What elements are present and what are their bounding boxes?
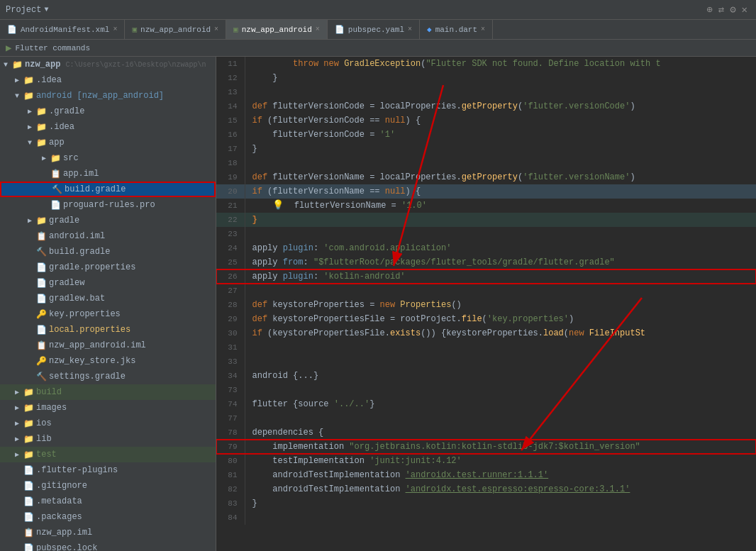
tree-pubspec-lock[interactable]: 📄 pubspec.lock <box>0 540 216 551</box>
tree-label-android: android [nzw_app_android] <box>36 91 164 101</box>
arrow-src: ▶ <box>40 154 48 162</box>
line-content-16: flutterVersionCode = '1' <box>245 128 756 142</box>
line-content-73 <box>245 383 756 397</box>
tab-nzw-app-android-1[interactable]: ▣ nzw_app_android × <box>125 20 226 39</box>
toolbar-icon-4[interactable]: ✕ <box>742 4 747 16</box>
tree-app-folder[interactable]: ▼ 📁 app <box>0 135 216 150</box>
line-content-24: apply plugin: 'com.android.application' <box>245 241 756 255</box>
toolbar-icon-3[interactable]: ⚙ <box>730 4 735 16</box>
code-line-77: 77 <box>216 411 756 425</box>
flutter-commands-bar: ▶ Flutter commands <box>0 40 756 57</box>
tree-idea[interactable]: ▶ 📁 .idea <box>0 72 216 88</box>
tree-local-properties[interactable]: 📄 local.properties <box>0 322 216 338</box>
code-line-26: 26 apply plugin: 'kotlin-android' <box>216 269 756 284</box>
toolbar-icon-1[interactable]: ⊕ <box>706 4 712 16</box>
file-tree-sidebar[interactable]: ▼ 📁 nzw_app C:\Users\gxzt-16\Desktop\nzw… <box>0 57 216 551</box>
tab-nzw-app-android-2[interactable]: ▣ nzw_app_android × <box>226 20 328 39</box>
arrow-icon: ▼ <box>1 61 10 69</box>
file-icon-nzw-jks: 🔑 <box>36 356 47 367</box>
tab-icon-gradle-2: ▣ <box>233 25 238 34</box>
dropdown-arrow[interactable]: ▼ <box>44 6 48 13</box>
tree-android[interactable]: ▼ 📁 android [nzw_app_android] <box>0 88 216 104</box>
tree-nzw-app-iml[interactable]: 📋 nzw_app.iml <box>0 525 216 540</box>
tree-metadata[interactable]: 📄 .metadata <box>0 494 216 509</box>
tree-key-properties[interactable]: 🔑 key.properties <box>0 306 216 322</box>
line-num-21: 21 <box>216 199 245 213</box>
tab-close-pubspec[interactable]: × <box>408 26 412 33</box>
line-content-17: } <box>245 142 756 156</box>
tree-build-gradle-app[interactable]: 🔨 build.gradle <box>0 182 216 197</box>
tree-label-settings-gradle: settings.gradle <box>49 372 126 382</box>
tree-images[interactable]: ▶ 📁 images <box>0 400 216 416</box>
project-label[interactable]: Project <box>6 5 41 15</box>
code-line-73: 73 <box>216 383 756 397</box>
tree-src[interactable]: ▶ 📁 src <box>0 150 216 166</box>
file-icon-local-props: 📄 <box>36 325 47 335</box>
tree-gradle-properties[interactable]: 📄 gradle.properties <box>0 260 216 275</box>
tree-android-idea[interactable]: ▶ 📁 .idea <box>0 119 216 135</box>
code-line-17: 17 } <box>216 142 756 156</box>
line-num-29: 29 <box>216 312 245 326</box>
code-line-83: 83 } <box>216 496 756 511</box>
tree-lib[interactable]: ▶ 📁 lib <box>0 431 216 447</box>
line-num-79: 79 <box>216 440 245 454</box>
tree-ios[interactable]: ▶ 📁 ios <box>0 416 216 431</box>
tab-icon-yaml: 📄 <box>335 25 345 34</box>
line-content-26: apply plugin: 'kotlin-android' <box>245 269 756 284</box>
tree-app-iml[interactable]: 📋 app.iml <box>0 166 216 182</box>
line-content-15: if (flutterVersionCode == null) { <box>245 113 756 128</box>
line-num-28: 28 <box>216 298 245 312</box>
tab-android-manifest[interactable]: 📄 AndroidManifest.xml × <box>0 20 125 39</box>
line-content-80: testImplementation 'junit:junit:4.12' <box>245 454 756 468</box>
code-line-15: 15 if (flutterVersionCode == null) { <box>216 113 756 128</box>
tree-gitignore[interactable]: 📄 .gitignore <box>0 478 216 494</box>
tree-root-nzw-app[interactable]: ▼ 📁 nzw_app C:\Users\gxzt-16\Desktop\nzw… <box>0 57 216 72</box>
tab-main-dart[interactable]: ◆ main.dart × <box>420 20 493 39</box>
flutter-arrow-icon: ▶ <box>6 42 11 54</box>
line-content-74: flutter {source '../..'} <box>245 397 756 411</box>
tree-nzw-key-store[interactable]: 🔑 nzw_key_store.jks <box>0 353 216 369</box>
tree-gradle-dir[interactable]: ▶ 📁 .gradle <box>0 104 216 119</box>
tree-gradlew[interactable]: 📄 gradlew <box>0 275 216 291</box>
file-icon-nzw-app-iml: 📋 <box>23 528 34 538</box>
line-num-80: 80 <box>216 454 245 468</box>
tree-test[interactable]: ▶ 📁 test <box>0 447 216 462</box>
folder-icon-gradle-folder: 📁 <box>36 216 47 226</box>
arrow-app: ▼ <box>26 139 34 147</box>
tree-root-build-gradle[interactable]: 🔨 build.gradle <box>0 244 216 260</box>
tree-proguard[interactable]: 📄 proguard-rules.pro <box>0 197 216 213</box>
tree-label-android-iml: android.iml <box>49 231 105 241</box>
code-line-82: 82 androidTestImplementation 'androidx.t… <box>216 482 756 496</box>
tab-close-main-dart[interactable]: × <box>481 26 485 33</box>
file-icon-android-iml: 📋 <box>36 231 47 242</box>
tree-android-iml[interactable]: 📋 android.iml <box>0 228 216 244</box>
arrow-android-idea: ▶ <box>26 123 34 131</box>
tree-settings-gradle[interactable]: 🔨 settings.gradle <box>0 369 216 384</box>
tree-packages[interactable]: 📄 .packages <box>0 509 216 525</box>
tree-gradlew-bat[interactable]: 📄 gradlew.bat <box>0 291 216 306</box>
line-num-13: 13 <box>216 85 245 99</box>
toolbar-icon-2[interactable]: ⇄ <box>718 4 724 16</box>
file-icon-flutter-plugins: 📄 <box>23 465 34 476</box>
tab-label-main-dart: main.dart <box>435 26 477 34</box>
line-content-81: androidTestImplementation 'androidx.test… <box>245 468 756 482</box>
tree-nzw-app-android-iml[interactable]: 📋 nzw_app_android.iml <box>0 338 216 353</box>
code-line-27: 27 <box>216 284 756 298</box>
code-editor[interactable]: 11 throw new GradleException("Flutter SD… <box>216 57 756 551</box>
file-icon-gradle-props: 📄 <box>36 262 47 273</box>
tree-label-app: app <box>49 138 65 148</box>
tab-label-nzw-2: nzw_app_android <box>242 26 312 34</box>
tab-close-nzw-2[interactable]: × <box>316 26 320 33</box>
tab-close-android-manifest[interactable]: × <box>113 26 117 33</box>
tree-gradle-folder[interactable]: ▶ 📁 gradle <box>0 213 216 228</box>
tab-pubspec[interactable]: 📄 pubspec.yaml × <box>328 20 420 39</box>
tree-build-dir[interactable]: ▶ 📁 build <box>0 384 216 400</box>
line-content-20: if (flutterVersionName == null) { <box>245 184 756 199</box>
file-icon-gitignore: 📄 <box>23 481 34 491</box>
tab-close-nzw-1[interactable]: × <box>214 26 218 33</box>
tree-label-proguard: proguard-rules.pro <box>63 200 155 210</box>
code-line-16: 16 flutterVersionCode = '1' <box>216 128 756 142</box>
tree-label-android-idea: .idea <box>49 122 74 132</box>
tree-flutter-plugins[interactable]: 📄 .flutter-plugins <box>0 462 216 478</box>
file-icon-nzw-iml: 📋 <box>36 340 47 351</box>
